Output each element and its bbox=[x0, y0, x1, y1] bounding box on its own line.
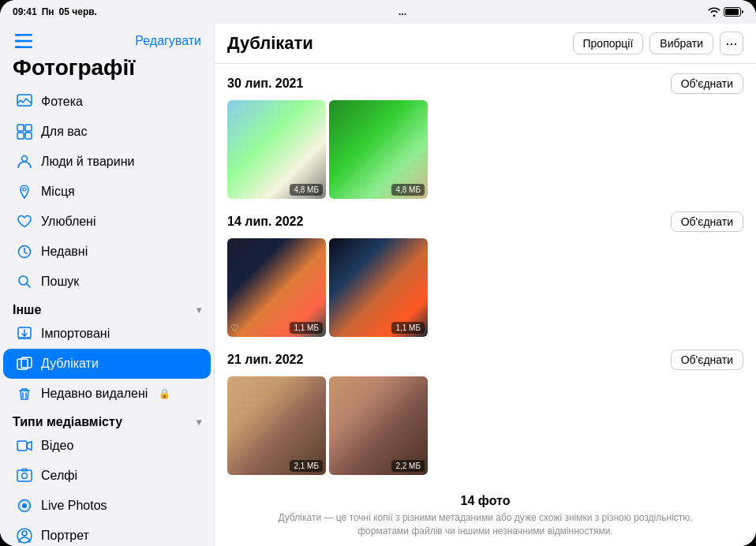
photo-thumb-2a[interactable]: ♡ 1,1 МБ bbox=[227, 238, 326, 337]
photo-thumb-3b[interactable]: 2,2 МБ bbox=[329, 376, 428, 475]
device-frame: 09:41 Пн 05 черв. ... bbox=[0, 0, 756, 546]
live-photos-icon bbox=[16, 497, 33, 514]
content-scroll: 30 лип. 2021 Об'єднати 4,8 МБ 4,8 МБ bbox=[215, 64, 756, 546]
photo-thumb-3a[interactable]: 2,1 МБ bbox=[227, 376, 326, 475]
people-icon bbox=[16, 153, 33, 170]
svg-rect-5 bbox=[15, 34, 21, 36]
svg-rect-20 bbox=[17, 441, 27, 451]
sidebar-item-duplicates[interactable]: Дублікати bbox=[3, 349, 211, 379]
status-bar: 09:41 Пн 05 черв. ... bbox=[0, 0, 756, 24]
sidebar-item-search[interactable]: Пошук bbox=[3, 267, 211, 297]
sidebar-item-favorites[interactable]: Улюблені bbox=[3, 207, 211, 237]
proportions-button[interactable]: Пропорції bbox=[573, 32, 644, 54]
merge-button-1[interactable]: Об'єднати bbox=[671, 211, 743, 232]
sidebar-item-video[interactable]: Відео bbox=[3, 431, 211, 461]
svg-rect-7 bbox=[15, 47, 21, 49]
imported-icon bbox=[16, 325, 33, 342]
battery-icon bbox=[724, 7, 743, 17]
select-button[interactable]: Вибрати bbox=[649, 32, 713, 54]
search-label: Пошук bbox=[41, 275, 79, 289]
portrait-label: Портрет bbox=[41, 529, 89, 543]
photo-grid-1: ♡ 1,1 МБ 1,1 МБ bbox=[227, 238, 743, 337]
photo-thumb-1b[interactable]: 4,8 МБ bbox=[329, 100, 428, 199]
sidebar-item-portrait[interactable]: Портрет bbox=[3, 521, 211, 546]
merge-button-2[interactable]: Об'єднати bbox=[671, 350, 743, 370]
svg-rect-11 bbox=[17, 133, 24, 139]
status-time: 09:41 bbox=[13, 6, 37, 17]
portrait-icon bbox=[16, 527, 33, 544]
date-row-2: 21 лип. 2022 Об'єднати bbox=[227, 350, 743, 370]
lock-icon: 🔒 bbox=[159, 388, 170, 399]
merge-button-0[interactable]: Об'єднати bbox=[671, 73, 743, 94]
sidebar-item-recents[interactable]: Недавні bbox=[3, 237, 211, 267]
selfie-icon bbox=[16, 467, 33, 484]
bottom-desc: Дублікати — це точні копії з різними мет… bbox=[259, 511, 712, 538]
status-day: Пн bbox=[42, 6, 54, 17]
duplicates-label: Дублікати bbox=[41, 357, 99, 371]
status-left: 09:41 Пн 05 черв. bbox=[13, 6, 97, 17]
date-section-2: 21 лип. 2022 Об'єднати 2,1 МБ 2,2 МБ bbox=[227, 350, 743, 475]
selfie-label: Селфі bbox=[41, 469, 77, 483]
bottom-info: 14 фото Дублікати — це точні копії з різ… bbox=[227, 488, 743, 546]
main-layout: Редагувати Фотографії Фотека bbox=[0, 24, 756, 546]
date-label-0: 30 лип. 2021 bbox=[227, 77, 303, 91]
sidebar-header: Редагувати bbox=[0, 24, 214, 55]
sidebar-item-recently-deleted[interactable]: Недавно видалені 🔒 bbox=[3, 379, 211, 409]
svg-rect-6 bbox=[15, 40, 21, 43]
foryou-icon bbox=[16, 123, 33, 140]
photo-size-1a: 4,8 МБ bbox=[290, 184, 323, 196]
section-other-header[interactable]: Інше ▾ bbox=[0, 297, 214, 319]
svg-point-14 bbox=[23, 188, 26, 191]
svg-point-25 bbox=[22, 503, 27, 508]
photo-grid-0: 4,8 МБ 4,8 МБ bbox=[227, 100, 743, 199]
video-label: Відео bbox=[41, 439, 73, 453]
photo-thumb-2b[interactable]: 1,1 МБ bbox=[329, 238, 428, 337]
sidebar: Редагувати Фотографії Фотека bbox=[0, 24, 215, 546]
photo-size-3b: 2,2 МБ bbox=[391, 460, 425, 472]
content-title: Дублікати bbox=[227, 33, 313, 54]
library-icon bbox=[16, 93, 33, 110]
imported-label: Імпортовані bbox=[41, 327, 110, 341]
content-area: Дублікати Пропорції Вибрати ··· 30 лип. … bbox=[215, 24, 756, 546]
svg-rect-21 bbox=[17, 470, 32, 481]
sidebar-item-places[interactable]: Місця bbox=[3, 177, 211, 207]
date-label-1: 14 лип. 2022 bbox=[227, 215, 303, 229]
date-section-1: 14 лип. 2022 Об'єднати ♡ 1,1 МБ 1,1 МБ bbox=[227, 211, 743, 337]
sidebar-item-imported[interactable]: Імпортовані bbox=[3, 319, 211, 349]
sidebar-item-selfie[interactable]: Селфі bbox=[3, 461, 211, 491]
sidebar-item-foryou[interactable]: Для вас bbox=[3, 117, 211, 147]
status-center: ... bbox=[399, 6, 406, 17]
sidebar-item-library[interactable]: Фотека bbox=[3, 87, 211, 117]
search-nav-icon bbox=[16, 273, 33, 290]
date-row-0: 30 лип. 2021 Об'єднати bbox=[227, 73, 743, 94]
sidebar-collapse-button[interactable] bbox=[13, 30, 35, 52]
status-date: 05 черв. bbox=[59, 6, 97, 17]
places-icon bbox=[16, 183, 33, 200]
date-row-1: 14 лип. 2022 Об'єднати bbox=[227, 211, 743, 232]
section-mediatypes-header[interactable]: Типи медіавмісту ▾ bbox=[0, 409, 214, 431]
video-icon bbox=[16, 437, 33, 454]
more-button[interactable]: ··· bbox=[720, 32, 743, 55]
sidebar-edit-button[interactable]: Редагувати bbox=[135, 34, 201, 48]
photo-size-3a: 2,1 МБ bbox=[290, 460, 323, 472]
recently-deleted-icon bbox=[16, 385, 33, 402]
photo-thumb-1a[interactable]: 4,8 МБ bbox=[227, 100, 326, 199]
status-dots: ... bbox=[399, 6, 406, 17]
favorites-icon bbox=[16, 213, 33, 230]
content-header: Дублікати Пропорції Вибрати ··· bbox=[215, 24, 756, 64]
library-label: Фотека bbox=[41, 95, 83, 109]
svg-point-27 bbox=[22, 531, 27, 536]
photo-size-1b: 4,8 МБ bbox=[391, 184, 425, 196]
sidebar-item-live-photos[interactable]: Live Photos bbox=[3, 491, 211, 521]
date-label-2: 21 лип. 2022 bbox=[227, 353, 303, 367]
section-other-label: Інше bbox=[13, 303, 41, 317]
header-actions: Пропорції Вибрати ··· bbox=[573, 32, 744, 55]
date-section-0: 30 лип. 2021 Об'єднати 4,8 МБ 4,8 МБ bbox=[227, 73, 743, 199]
favorites-label: Улюблені bbox=[41, 215, 96, 229]
sidebar-item-people[interactable]: Люди й тварини bbox=[3, 147, 211, 177]
status-right bbox=[708, 7, 743, 17]
places-label: Місця bbox=[41, 185, 75, 199]
sidebar-title: Фотографії bbox=[0, 55, 214, 87]
svg-point-13 bbox=[22, 156, 28, 162]
live-photos-label: Live Photos bbox=[41, 499, 107, 513]
